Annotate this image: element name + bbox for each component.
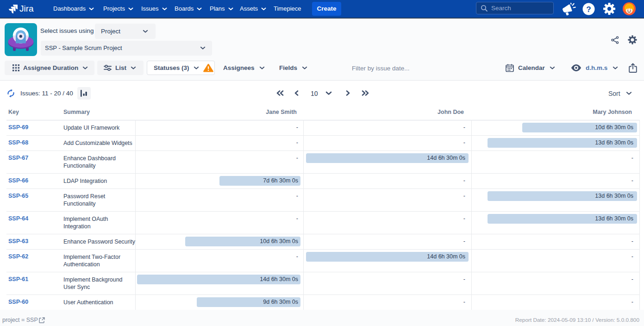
- svg-text:?: ?: [586, 5, 591, 14]
